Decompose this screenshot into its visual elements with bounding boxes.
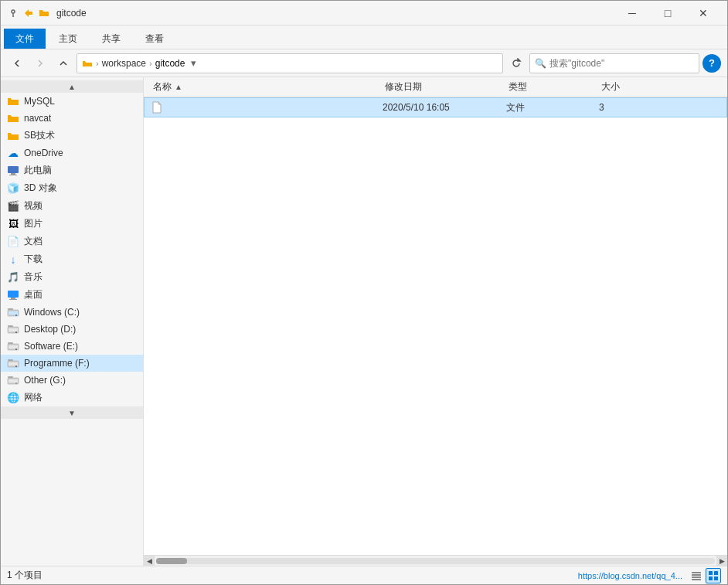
file-cell-name	[151, 101, 383, 114]
status-link[interactable]: https://blog.csdn.net/qq_4...	[578, 571, 682, 580]
sidebar-label-3d: 3D 对象	[24, 182, 57, 195]
help-button[interactable]: ?	[702, 54, 721, 73]
sidebar-item-thispc[interactable]: 此电脑	[1, 162, 143, 179]
sidebar-item-downloads[interactable]: ↓ 下载	[1, 250, 143, 268]
window-title: gitcode	[56, 8, 614, 19]
sidebar-label-software-e: Software (E:)	[24, 341, 78, 352]
svg-rect-15	[9, 328, 18, 332]
sidebar-item-other-g[interactable]: Other (G:)	[1, 372, 143, 389]
drive-g-icon	[7, 374, 19, 386]
address-sep1: ›	[96, 59, 99, 68]
address-folder-icon	[82, 58, 93, 69]
col-header-size[interactable]: 大小	[598, 77, 660, 97]
hscroll-right-button[interactable]: ▶	[716, 556, 727, 566]
file-date-text: 2020/5/10 16:05	[383, 102, 450, 113]
close-button[interactable]: ✕	[685, 1, 721, 26]
sidebar-scroll-down[interactable]: ▼	[1, 406, 143, 419]
maximize-button[interactable]: □	[650, 1, 685, 26]
sidebar-item-onedrive[interactable]: ☁ OneDrive	[1, 145, 143, 162]
sidebar-item-network[interactable]: 🌐 网络	[1, 389, 143, 406]
svg-rect-30	[692, 572, 701, 573]
col-size-label: 大小	[601, 80, 620, 94]
tab-home[interactable]: 主页	[47, 29, 89, 49]
search-box[interactable]: 🔍	[529, 53, 699, 73]
svg-marker-2	[25, 9, 32, 17]
sidebar-label-thispc: 此电脑	[24, 164, 52, 177]
folder-yellow-icon	[7, 95, 19, 107]
music-icon: 🎵	[7, 271, 19, 284]
svg-rect-7	[8, 291, 19, 298]
status-bar: 1 个项目 https://blog.csdn.net/qq_4...	[1, 566, 727, 584]
col-date-label: 修改日期	[385, 80, 422, 94]
view-list-button[interactable]	[689, 568, 704, 583]
sidebar-item-software-e[interactable]: Software (E:)	[1, 338, 143, 355]
sidebar-item-pictures[interactable]: 🖼 图片	[1, 215, 143, 233]
svg-rect-35	[714, 571, 718, 575]
col-header-name[interactable]: 名称 ▲	[150, 77, 382, 97]
drive-c-icon	[7, 306, 19, 318]
svg-rect-23	[9, 362, 18, 366]
sidebar-label-documents: 文档	[24, 235, 43, 248]
horizontal-scrollbar: ◀ ▶	[144, 555, 727, 566]
sidebar-item-3dobjects[interactable]: 🧊 3D 对象	[1, 179, 143, 197]
file-type-text: 文件	[506, 101, 525, 114]
svg-rect-16	[8, 325, 13, 327]
hscroll-left-button[interactable]: ◀	[144, 556, 155, 566]
sidebar-scroll-up[interactable]: ▲	[1, 80, 143, 93]
col-name-label: 名称	[153, 80, 172, 94]
sidebar-item-sb[interactable]: SB技术	[1, 127, 143, 145]
sidebar-item-videos[interactable]: 🎬 视频	[1, 197, 143, 215]
tab-file[interactable]: 文件	[4, 29, 46, 49]
sidebar-item-mysql[interactable]: MySQL	[1, 93, 143, 110]
back-button[interactable]	[7, 53, 27, 73]
sidebar-item-documents[interactable]: 📄 文档	[1, 233, 143, 250]
pin-icon[interactable]	[7, 7, 19, 19]
sidebar-item-navcat[interactable]: navcat	[1, 110, 143, 127]
video-icon: 🎬	[7, 200, 19, 213]
sidebar-item-music[interactable]: 🎵 音乐	[1, 268, 143, 286]
sidebar-item-desktop[interactable]: 桌面	[1, 286, 143, 304]
up-button[interactable]	[53, 53, 73, 73]
table-row[interactable]: 2020/5/10 16:05 文件 3	[144, 97, 727, 117]
svg-rect-5	[11, 173, 15, 175]
sidebar-label-pictures: 图片	[24, 217, 43, 230]
tab-share[interactable]: 共享	[90, 29, 132, 49]
network-icon: 🌐	[7, 392, 19, 404]
view-detail-button[interactable]	[706, 568, 721, 583]
address-gitcode[interactable]: gitcode	[155, 58, 185, 69]
svg-point-25	[15, 366, 17, 367]
tab-view[interactable]: 查看	[134, 29, 175, 49]
svg-marker-3	[518, 59, 520, 61]
address-chevron[interactable]: ▾	[188, 58, 199, 69]
hscroll-track[interactable]	[156, 558, 715, 564]
explorer-window: gitcode ─ □ ✕ 文件 主页 共享 查看	[0, 0, 728, 585]
file-list-body[interactable]: 2020/5/10 16:05 文件 3	[144, 97, 727, 555]
col-header-type[interactable]: 类型	[505, 77, 598, 97]
svg-rect-33	[692, 579, 701, 580]
status-right: https://blog.csdn.net/qq_4...	[578, 568, 721, 583]
download-icon: ↓	[7, 253, 19, 266]
svg-rect-12	[8, 308, 13, 310]
sidebar-label-sb: SB技术	[24, 129, 55, 142]
svg-rect-37	[714, 576, 718, 580]
svg-rect-36	[709, 576, 713, 580]
address-path[interactable]: › workspace › gitcode ▾	[77, 53, 503, 73]
address-workspace[interactable]: workspace	[102, 58, 146, 69]
file-cell-size: 3	[599, 102, 661, 113]
sidebar-label-desktop: 桌面	[24, 288, 43, 301]
svg-rect-9	[9, 299, 17, 300]
address-bar: › workspace › gitcode ▾ 🔍 ?	[1, 49, 727, 77]
title-bar: gitcode ─ □ ✕	[1, 1, 727, 26]
sidebar-item-windows-c[interactable]: Windows (C:)	[1, 304, 143, 321]
sidebar-item-desktop-d[interactable]: Desktop (D:)	[1, 321, 143, 338]
forward-button[interactable]	[30, 53, 50, 73]
sidebar-item-programme-f[interactable]: Programme (F:)	[1, 355, 143, 372]
refresh-button[interactable]	[506, 53, 526, 73]
svg-rect-27	[9, 379, 18, 383]
search-input[interactable]	[549, 58, 694, 69]
drive-f-icon	[7, 357, 19, 369]
undo-icon[interactable]	[22, 7, 35, 19]
col-header-date[interactable]: 修改日期	[382, 77, 505, 97]
3d-icon: 🧊	[7, 182, 19, 195]
minimize-button[interactable]: ─	[614, 1, 650, 26]
